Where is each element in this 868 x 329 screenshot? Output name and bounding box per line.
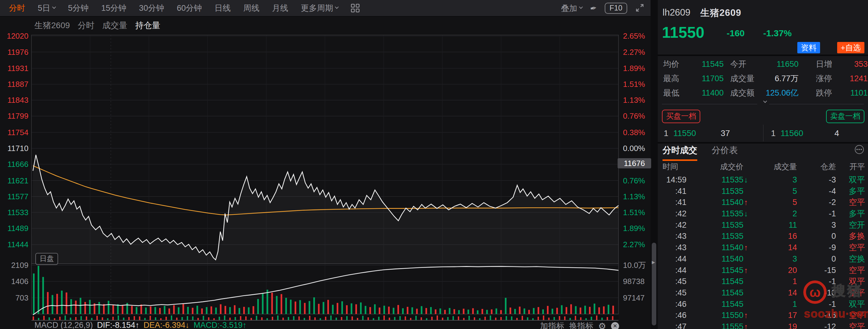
tab-tick-trades[interactable]: 分时成交 — [662, 144, 697, 161]
volume-bar — [56, 294, 58, 314]
layout-grid-icon[interactable] — [351, 4, 360, 12]
table-row[interactable]: :4311540↑14-9空平 — [658, 242, 868, 253]
overlay-dropdown[interactable]: 叠加 — [561, 3, 582, 14]
collapse-arrow-icon[interactable]: ▸ — [652, 258, 655, 266]
trade-price: 11535 — [706, 220, 743, 231]
volume-bar — [332, 305, 334, 314]
volume-bar — [561, 305, 563, 314]
bid-level-badge[interactable]: 买盘一档 — [662, 110, 700, 123]
macd-histogram-bar — [447, 317, 449, 320]
period-label: 月线 — [272, 3, 288, 13]
brush-icon[interactable]: ✒ — [589, 3, 598, 13]
macd-histogram-bar — [389, 318, 390, 320]
intraday-chart[interactable]: 生猪2609 分时 成交量 持仓量 1202011976119311188711… — [0, 17, 651, 329]
macd-histogram-bar — [160, 318, 162, 320]
period-label: 5日 — [38, 3, 50, 13]
down-arrow-icon: ↓ — [744, 208, 751, 220]
macd-histogram-bar — [426, 318, 427, 320]
period-label: 分时 — [9, 3, 25, 13]
macd-histogram-bar — [251, 318, 252, 320]
y-axis-pct-label: 0.00% — [623, 144, 645, 152]
macd-histogram-bar — [569, 318, 571, 320]
table-row[interactable]: :451154514-10空平 — [658, 287, 868, 299]
scrollbar-thumb[interactable] — [652, 243, 656, 325]
volume-bar — [580, 307, 581, 314]
position-change: -9 — [810, 242, 836, 253]
table-row[interactable]: :4111540↑5-2空平 — [658, 197, 868, 208]
macd-histogram-bar — [437, 316, 438, 320]
volume-bar — [299, 300, 301, 314]
stats-collapse[interactable] — [658, 101, 868, 108]
indicator-actions: 加指标 换指标 ⚙ ✕ — [540, 321, 619, 329]
trade-price: 11535 — [706, 174, 743, 186]
table-row[interactable]: :4711555↑19-12空平 — [658, 321, 868, 329]
chart-tab-open-interest[interactable]: 持仓量 — [135, 20, 160, 31]
period-tab-日线[interactable]: 日线 — [214, 3, 230, 13]
period-tab-周线[interactable]: 周线 — [243, 3, 259, 13]
position-change: -1 — [810, 299, 836, 310]
last-price: 11550 — [662, 23, 705, 41]
volume-bar — [383, 306, 385, 314]
chart-tab-timeshare[interactable]: 分时 — [78, 20, 94, 31]
ask-level-badge[interactable]: 卖盘一档 — [826, 110, 864, 123]
volume-bar — [98, 302, 100, 314]
table-row[interactable]: :4211535113空开 — [658, 220, 868, 231]
macd-histogram-bar — [612, 316, 613, 320]
more-options-icon[interactable]: ••• — [855, 145, 864, 154]
trade-volume: 1 — [760, 299, 797, 310]
volume-bar — [187, 307, 189, 314]
volume-bar — [430, 307, 432, 314]
period-tab-月线[interactable]: 月线 — [272, 3, 288, 13]
table-row[interactable]: :4211535↓2-1多平 — [658, 208, 868, 220]
volume-bar — [267, 290, 268, 314]
switch-indicator-button[interactable]: 换指标 — [569, 321, 593, 329]
chart-tab-volume[interactable]: 成交量 — [102, 20, 127, 31]
volume-bar — [206, 307, 208, 314]
fullscreen-icon[interactable] — [635, 3, 645, 14]
period-tab-5日[interactable]: 5日 — [38, 3, 55, 13]
trade-volume: 14 — [760, 287, 797, 299]
add-watchlist-button[interactable]: +自选 — [837, 42, 864, 53]
ask-price: 11560 — [780, 126, 803, 140]
ask-qty: 4 — [834, 126, 839, 140]
add-indicator-button[interactable]: 加指标 — [540, 321, 564, 329]
period-tab-更多周期[interactable]: 更多周期 — [301, 3, 338, 13]
table-row[interactable]: :45115451-1双平 — [658, 276, 868, 287]
stat-value: 12410 — [826, 71, 868, 86]
table-row[interactable]: :46115451-1双平 — [658, 299, 868, 310]
period-tab-15分钟[interactable]: 15分钟 — [101, 3, 126, 13]
period-tab-5分钟[interactable]: 5分钟 — [68, 3, 89, 13]
table-row[interactable]: :4611550↑17-16空平 — [658, 310, 868, 321]
table-row[interactable]: :441154030空换 — [658, 253, 868, 265]
info-button[interactable]: 资料 — [797, 42, 820, 53]
table-row[interactable]: 14:5911535↓3-3双平 — [658, 174, 868, 186]
y-axis-price-label: 11666 — [7, 160, 28, 168]
period-tab-分时[interactable]: 分时 — [9, 3, 25, 13]
tab-price-table[interactable]: 分价表 — [712, 144, 738, 159]
period-tab-60分钟[interactable]: 60分钟 — [177, 3, 202, 13]
period-tab-30分钟[interactable]: 30分钟 — [139, 3, 164, 13]
macd-histogram-bar — [516, 318, 518, 320]
volume-bar — [468, 309, 469, 314]
volume-bar — [589, 307, 591, 314]
table-row[interactable]: :41115355-4多平 — [658, 186, 868, 197]
stat-label: 最低 — [663, 86, 679, 100]
close-indicator-icon[interactable]: ✕ — [611, 322, 619, 329]
trade-time: 14:59 — [658, 174, 686, 186]
table-row[interactable]: :4411545↑20-15空平 — [658, 265, 868, 276]
y-axis-pct-label: 0.38% — [623, 128, 645, 136]
f10-button[interactable]: F10 — [605, 3, 627, 14]
period-label: 30分钟 — [139, 3, 164, 13]
stat-value: 11650 — [756, 57, 799, 71]
period-toolbar: 分时5日5分钟15分钟30分钟60分钟日线周线月线更多周期 叠加 ✒ F10 — [0, 0, 651, 17]
open-close-flag: 多换 — [848, 231, 865, 242]
macd-params-label: MACD (12,26,9) — [34, 321, 93, 329]
macd-value: MACD:-3.519 — [193, 321, 243, 329]
macd-histogram-bar — [139, 317, 141, 320]
gear-icon[interactable]: ⚙ — [598, 321, 606, 329]
macd-histogram-bar — [591, 317, 592, 320]
y-axis-price-label: 11577 — [7, 193, 28, 201]
y-axis-price-label: 12020 — [7, 32, 28, 40]
macd-histogram-bar — [70, 318, 71, 320]
table-row[interactable]: :4311535160多换 — [658, 231, 868, 242]
